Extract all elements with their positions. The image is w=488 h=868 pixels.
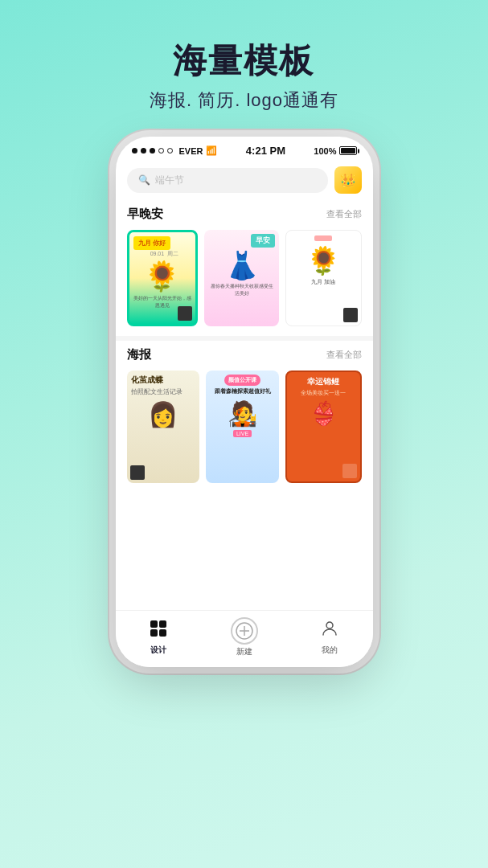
svg-rect-3: [159, 629, 166, 637]
vip-badge[interactable]: 👑: [334, 166, 362, 194]
morning-cards-row: 九月 你好 09.01 周二 🌻 美好的一天从阳光开始，感恩遇见 早安 👗 愿你…: [127, 230, 362, 326]
bottom-spacer: [116, 493, 373, 509]
poster1-image: 👩: [131, 400, 196, 428]
mine-label: 我的: [322, 645, 338, 656]
poster2-subtitle: 跟着森楠探索超值好礼: [215, 387, 271, 395]
nav-design[interactable]: 设计: [116, 619, 202, 656]
poster-cards-row: 化茧成蝶 拍照配文生活记录 👩 颜值公开课 跟着森楠探索超值好礼 🧑‍🎤 LIV…: [127, 371, 362, 483]
poster3-subtitle: 全场美妆买一送一: [301, 389, 346, 397]
card1-date: 09.01 周二: [150, 250, 178, 258]
card3-flower: 🌻: [306, 244, 340, 276]
signal-dot-2: [141, 148, 146, 154]
section1-more[interactable]: 查看全部: [326, 208, 362, 220]
svg-rect-0: [150, 620, 158, 628]
poster2-image: 🧑‍🎤: [228, 399, 257, 428]
section1-title: 早晚安: [127, 207, 163, 222]
card2-text: 愿你春天播种秋天收获感受生活美好: [208, 281, 275, 299]
card1-badge: 九月 你好: [133, 236, 170, 250]
nav-mine[interactable]: 我的: [287, 619, 373, 656]
poster3-image: 👙: [310, 400, 338, 427]
main-subtitle: 海报. 简历. logo通通有: [150, 88, 338, 113]
section-poster: 海报 查看全部 化茧成蝶 拍照配文生活记录 👩 颜值公开课 跟着森楠探索超值好礼…: [116, 341, 373, 493]
main-title: 海量模板: [150, 39, 338, 84]
svg-point-7: [326, 622, 333, 628]
poster-card-3[interactable]: 幸运锦鲤 全场美妆买一送一 👙: [285, 371, 362, 483]
status-right: 100%: [314, 146, 356, 156]
person-icon: [320, 619, 339, 643]
section2-header: 海报 查看全部: [127, 341, 362, 362]
wifi-icon: 📶: [206, 145, 217, 156]
card3-qr: [343, 308, 358, 322]
search-area: 🔍 端午节 👑: [116, 162, 373, 200]
poster3-title: 幸运锦鲤: [307, 376, 339, 387]
new-label: 新建: [236, 646, 252, 657]
battery-icon: [339, 146, 357, 155]
signal-dot-5: [167, 148, 173, 154]
card3-month: 九月 加油: [311, 278, 335, 286]
phone-mockup: EVER 📶 4:21 PM 100% 🔍 端午节 👑 早晚安 查看全部: [116, 137, 373, 667]
section1-header: 早晚安 查看全部: [127, 200, 362, 222]
poster1-qr: [130, 465, 145, 480]
signal-dot-4: [158, 148, 164, 154]
scroll-content[interactable]: 早晚安 查看全部 九月 你好 09.01 周二 🌻 美好的一天从阳光开始，感恩遇…: [116, 200, 373, 610]
search-placeholder: 端午节: [155, 174, 184, 187]
vip-icon: 👑: [340, 173, 356, 188]
design-label: 设计: [150, 645, 166, 656]
status-left: EVER 📶: [132, 145, 218, 156]
svg-rect-1: [159, 620, 166, 628]
signal-dot-1: [132, 148, 137, 154]
app-header: 海量模板 海报. 简历. logo通通有: [150, 39, 338, 113]
morning-card-1[interactable]: 九月 你好 09.01 周二 🌻 美好的一天从阳光开始，感恩遇见: [127, 230, 199, 326]
search-box[interactable]: 🔍 端午节: [127, 168, 328, 193]
section2-title: 海报: [127, 347, 151, 362]
poster2-badge: 颜值公开课: [224, 375, 260, 386]
poster1-subtitle: 拍照配文生活记录: [131, 387, 196, 396]
poster3-qr: [342, 464, 357, 478]
card2-girl: 👗: [225, 249, 259, 281]
card3-tape: [314, 235, 332, 241]
battery-percent: 100%: [314, 146, 336, 156]
search-icon: 🔍: [138, 174, 150, 186]
design-icon: [149, 619, 168, 643]
poster1-title: 化茧成蝶: [131, 375, 196, 386]
poster-card-1[interactable]: 化茧成蝶 拍照配文生活记录 👩: [127, 371, 200, 483]
carrier-name: EVER: [179, 146, 203, 156]
card2-badge: 早安: [251, 234, 275, 248]
morning-card-3[interactable]: 🌻 九月 加油: [285, 230, 362, 326]
card1-flower: 🌻: [144, 260, 180, 293]
signal-dot-3: [150, 148, 155, 154]
battery-fill: [341, 148, 355, 154]
morning-card-2[interactable]: 早安 👗 愿你春天播种秋天收获感受生活美好: [204, 230, 279, 326]
bottom-nav: 设计 新建 我的: [116, 610, 373, 667]
status-time: 4:21 PM: [246, 145, 285, 157]
add-button[interactable]: [231, 617, 258, 645]
nav-new[interactable]: 新建: [201, 617, 287, 657]
section2-more[interactable]: 查看全部: [326, 349, 362, 361]
section-morning-night: 早晚安 查看全部 九月 你好 09.01 周二 🌻 美好的一天从阳光开始，感恩遇…: [116, 200, 373, 336]
status-bar: EVER 📶 4:21 PM 100%: [116, 137, 373, 162]
poster2-live: LIVE: [233, 430, 252, 437]
poster-card-2[interactable]: 颜值公开课 跟着森楠探索超值好礼 🧑‍🎤 LIVE: [206, 371, 279, 483]
card1-qr: [178, 306, 192, 321]
svg-rect-2: [150, 629, 158, 637]
